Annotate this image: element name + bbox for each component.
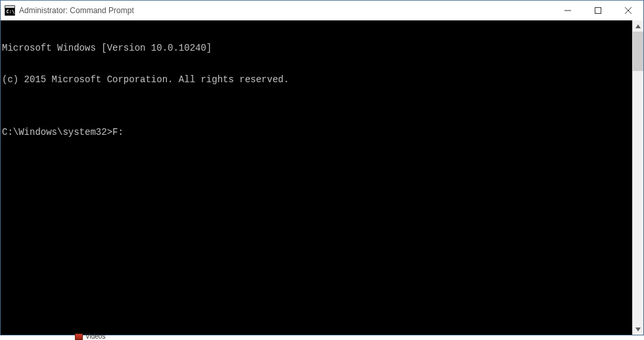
command-prompt-window: C:\ Administrator: Command Prompt Micros… (0, 0, 644, 335)
background-remnant: Videos (75, 333, 105, 340)
window-title: Administrator: Command Prompt (19, 6, 553, 15)
terminal-output[interactable]: Microsoft Windows [Version 10.0.10240] (… (1, 20, 632, 335)
videos-folder-icon (75, 333, 83, 340)
minimize-button[interactable] (553, 1, 583, 20)
scroll-down-arrow-icon[interactable] (633, 324, 643, 335)
svg-marker-7 (635, 24, 641, 28)
window-controls (553, 1, 643, 20)
maximize-button[interactable] (583, 1, 613, 20)
remnant-label: Videos (85, 333, 105, 340)
scroll-up-arrow-icon[interactable] (633, 20, 643, 32)
scroll-thumb[interactable] (633, 32, 643, 71)
terminal-prompt: C:\Windows\system32>F: (2, 127, 632, 137)
svg-rect-1 (5, 6, 14, 8)
scroll-track[interactable] (633, 32, 643, 324)
titlebar[interactable]: C:\ Administrator: Command Prompt (1, 1, 643, 20)
terminal-line: Microsoft Windows [Version 10.0.10240] (2, 43, 632, 53)
close-button[interactable] (613, 1, 643, 20)
cmd-icon: C:\ (5, 5, 15, 16)
svg-text:C:\: C:\ (7, 9, 15, 14)
vertical-scrollbar[interactable] (632, 20, 643, 335)
svg-marker-8 (635, 328, 641, 331)
terminal-line: (c) 2015 Microsoft Corporation. All righ… (2, 74, 632, 85)
terminal-area: Microsoft Windows [Version 10.0.10240] (… (1, 20, 643, 335)
svg-rect-4 (595, 8, 601, 14)
